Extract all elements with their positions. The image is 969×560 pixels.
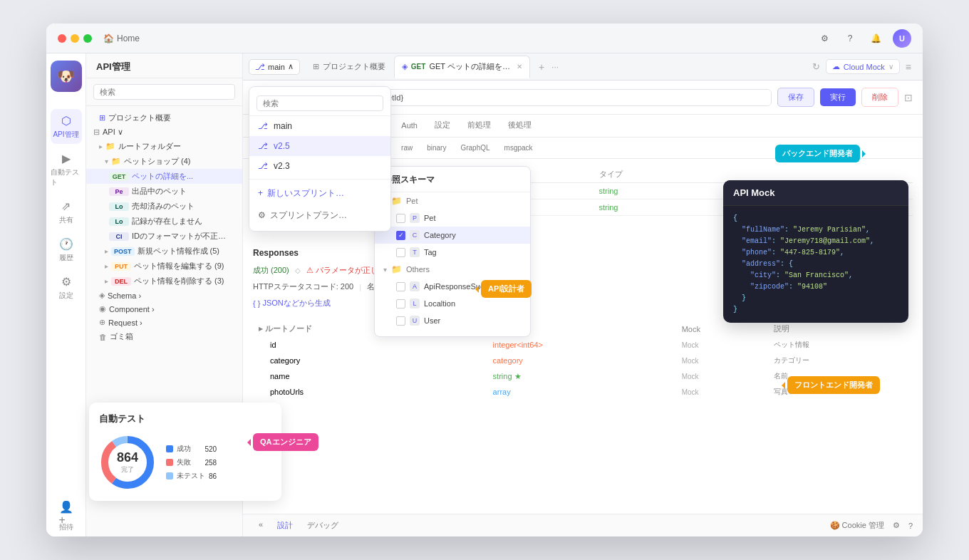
run-button[interactable]: 実行 (820, 88, 856, 106)
schema-checkbox-location[interactable] (396, 299, 405, 308)
arrow-left (475, 286, 479, 293)
tree-item-get-pet[interactable]: GET ペットの詳細を... (86, 169, 242, 184)
tree-item-request[interactable]: ⊕ Request › (86, 316, 242, 329)
desc-id: ペット情報 (768, 337, 913, 353)
tab-project[interactable]: ⊞ プロジェクト概要 (306, 56, 393, 78)
minimize-button[interactable] (71, 34, 79, 43)
tree-item-schema[interactable]: ◈ Schema › (86, 289, 242, 302)
schema-item-user[interactable]: U User (375, 312, 530, 329)
tree-item-project[interactable]: ⊞ プロジェクト概要 (86, 110, 242, 125)
branch-item-v25[interactable]: ⎇ v2.5 (249, 136, 390, 156)
project-icon: ⊞ (99, 113, 105, 123)
sidebar-item-history[interactable]: 🕐 履歴 (51, 232, 82, 267)
search-input[interactable] (93, 84, 235, 100)
donut-label: 完了 (117, 465, 138, 475)
new-sprint-button[interactable]: + 新しいスプリント… (249, 182, 390, 204)
tab-close-icon[interactable]: ✕ (517, 63, 522, 71)
app-window: 🏠 Home ⚙ ? 🔔 U 🐶 ⬡ API管理 ▶ 自動テスト ⇗ 共有 (46, 24, 923, 536)
request-icon: ⊕ (99, 318, 105, 327)
type-id: integer<int64> (487, 337, 676, 353)
notification-icon[interactable]: 🔔 (867, 30, 884, 47)
branch-search-input[interactable] (256, 95, 383, 111)
pe-badge: Pe (109, 187, 129, 196)
branch-item-main[interactable]: ⎇ main (249, 116, 390, 136)
mock-category: Mock (676, 353, 769, 368)
tab-get-pet[interactable]: ◈ GET GET ペットの詳細を… ✕ (394, 56, 530, 78)
body-type-graphql[interactable]: GraphQL (455, 142, 495, 154)
add-tab-button[interactable]: + (534, 60, 549, 74)
title-bar: 🏠 Home ⚙ ? 🔔 U (46, 24, 923, 53)
tree-item-put[interactable]: ▸ PUT ペット情報を編集する (9) (86, 259, 242, 274)
tree-item-lo2[interactable]: Lo 記録が存在しません (86, 214, 242, 229)
schema-item-tag[interactable]: T Tag (375, 244, 530, 261)
save-button[interactable]: 保存 (777, 88, 814, 107)
field-id: id (253, 337, 452, 353)
tree-item-root-folder[interactable]: ▸ 📁 ルートフォルダー (86, 139, 242, 154)
schema-item-pet[interactable]: P Pet (375, 209, 530, 227)
body-type-raw[interactable]: raw (395, 142, 418, 154)
sidebar-item-autotest[interactable]: ▶ 自動テスト (51, 147, 82, 192)
tree-item-pe[interactable]: Pe 出品中のペット (86, 184, 242, 199)
cloud-mock-button[interactable]: ☁ Cloud Mock ∨ (826, 59, 900, 74)
branch-selector[interactable]: ⎇ main ∧ (249, 59, 300, 75)
tree-item-ci[interactable]: CI IDのフォーマットが不正… (86, 229, 242, 244)
tree-item-post[interactable]: ▸ POST 新規ペット情報作成 (5) (86, 244, 242, 259)
settings-icon[interactable]: ⚙ (816, 30, 833, 47)
tree-item-del[interactable]: ▸ DEL ペット情報を削除する (3) (86, 274, 242, 289)
tree-item-component[interactable]: ◉ Component › (86, 302, 242, 316)
arrow-left-fe (782, 382, 785, 389)
cookie-mgmt-link[interactable]: 🍪 Cookie 管理 (830, 520, 884, 531)
close-button[interactable] (58, 34, 66, 43)
branch-item-v23[interactable]: ⎇ v2.3 (249, 156, 390, 176)
schema-checkbox-category[interactable]: ✓ (396, 231, 405, 240)
tree-item-api[interactable]: ⊟ API ∨ (86, 125, 242, 139)
body-type-binary[interactable]: binary (421, 142, 452, 154)
url-input[interactable] (358, 90, 771, 105)
qa-engineer-tooltip: QAエンジニア (253, 433, 318, 451)
debug-tab[interactable]: デバッグ (301, 518, 344, 533)
help-bottom-icon[interactable]: ? (908, 522, 913, 530)
tree-item-pet-shop[interactable]: ▾ 📁 ペットショップ (4) (86, 154, 242, 169)
schema-item-category[interactable]: ✓ C Category (375, 227, 530, 244)
sidebar-item-invite[interactable]: 👤+ 招待 (51, 502, 82, 536)
sidebar-label-autotest: 自動テスト (51, 167, 82, 187)
body-type-msgpack[interactable]: msgpack (499, 142, 539, 154)
tree-item-lo[interactable]: Lo 売却済みのペット (86, 199, 242, 214)
maximize-button[interactable] (83, 34, 92, 43)
tab-settings[interactable]: 設定 (428, 115, 457, 137)
autotest-panel: 自動テスト 864 完了 (89, 403, 281, 501)
sidebar-item-settings[interactable]: ⚙ 設定 (51, 270, 82, 305)
expand-icon[interactable]: ⊡ (904, 92, 913, 103)
tab-post-process[interactable]: 後処理 (501, 115, 539, 137)
tab-pre-process[interactable]: 前処理 (460, 115, 498, 137)
tab-auth[interactable]: Auth (394, 116, 425, 136)
share-icon: ⇗ (59, 199, 73, 213)
tab-actions: + ··· (534, 60, 559, 74)
help-icon[interactable]: ? (841, 30, 859, 47)
sidebar-item-share[interactable]: ⇗ 共有 (51, 195, 82, 229)
sidebar-item-api[interactable]: ⬡ API管理 (51, 109, 82, 144)
schema-checkbox-user[interactable] (396, 316, 405, 326)
backend-dev-tooltip: バックエンド開発者 (775, 145, 860, 162)
home-link[interactable]: 🏠 Home (103, 33, 140, 43)
legend-failure: 失敗 258 (166, 457, 217, 467)
delete-button[interactable]: 削除 (861, 88, 898, 107)
autotest-icon: ▶ (59, 151, 73, 165)
menu-icon[interactable]: ≡ (906, 61, 911, 73)
mock-id: Mock (676, 337, 769, 353)
sprint-plan-button[interactable]: ⚙ スプリントプラン… (249, 204, 390, 227)
expand-icon-others: ▾ (383, 266, 387, 274)
collapse-tab[interactable]: « (253, 518, 269, 533)
more-tabs-button[interactable]: ··· (551, 62, 559, 72)
user-avatar[interactable]: U (893, 29, 911, 48)
plus-icon: + (258, 188, 263, 198)
schema-checkbox-apiresponse[interactable] (396, 282, 405, 291)
tree-item-trash[interactable]: 🗑 ゴミ箱 (86, 329, 242, 344)
branch-icon-v25: ⎇ (258, 141, 268, 151)
design-tab[interactable]: 設計 (271, 518, 299, 533)
schema-checkbox-tag[interactable] (396, 248, 405, 257)
branch-dropdown: ⎇ main ⎇ v2.5 ⎇ v2.3 + 新しいスプリント… (249, 86, 391, 232)
refresh-icon[interactable]: ↻ (812, 61, 820, 72)
settings-bottom-icon[interactable]: ⚙ (893, 521, 900, 530)
schema-checkbox-pet[interactable] (396, 214, 405, 223)
